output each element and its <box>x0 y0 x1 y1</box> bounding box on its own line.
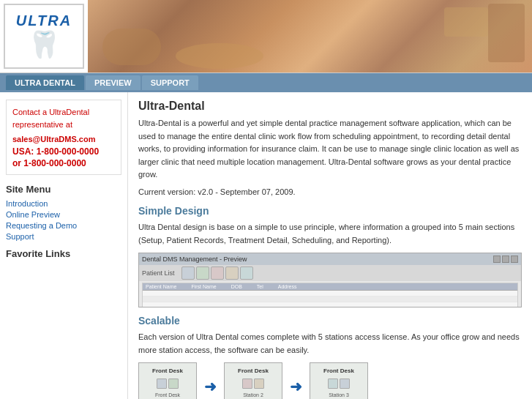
scalable-desc: Each version of Ultra Dental comes compl… <box>138 331 522 357</box>
main-content: Contact a UltraDental representative at … <box>0 92 532 399</box>
station-diagram: Front Desk Front Desk Location 1 ➜ Front… <box>138 362 522 399</box>
nav-tab-preview[interactable]: PREVIEW <box>86 75 141 90</box>
menu-item-online-preview[interactable]: Online Preview <box>6 210 121 219</box>
station2-icons <box>242 379 264 389</box>
scalable-title: Scalable <box>138 315 522 327</box>
ss-row2 <box>143 297 517 302</box>
station2-label: Front Desk <box>238 368 269 374</box>
menu-item-support[interactable]: Support <box>6 232 121 241</box>
station-box1: Front Desk Front Desk <box>138 362 197 399</box>
ss-toolbar-label: Patient List <box>142 269 175 277</box>
contact-phone2: or 1-800-000-0000 <box>12 158 115 168</box>
sidebar: Contact a UltraDental representative at … <box>0 92 128 399</box>
page-description: Ultra-Dental is a powerful and yet simpl… <box>138 117 522 182</box>
version-text: Current version: v2.0 - September 07, 20… <box>138 187 522 196</box>
station-group2: Front Desk Station 2 Station 2 <box>224 362 282 399</box>
ss-icon3 <box>211 266 224 280</box>
decor-shape2 <box>444 7 488 37</box>
favorite-links-title: Favorite Links <box>6 248 121 259</box>
ss-icon5 <box>240 266 253 280</box>
decor-shape1 <box>102 29 161 65</box>
menu-item-requesting-demo[interactable]: Requesting a Demo <box>6 221 121 230</box>
ss-row3 <box>143 302 517 307</box>
navbar: ULTRA DENTAL PREVIEW SUPPORT <box>0 73 532 92</box>
content-area: Ultra-Dental Ultra-Dental is a powerful … <box>128 92 532 399</box>
arrow-icon1: ➜ <box>204 378 217 395</box>
ss-controls <box>493 256 518 263</box>
logo-tooth-icon: 🦷 <box>16 29 72 60</box>
decor-table <box>176 43 263 69</box>
ss-titlebar: Dental DMS Management - Preview <box>139 253 521 265</box>
page-title: Ultra-Dental <box>138 100 522 113</box>
ss-close-btn <box>511 256 518 263</box>
ss-icon4 <box>225 266 239 280</box>
ss-row1 <box>143 291 517 297</box>
ss-title-text: Dental DMS Management - Preview <box>142 256 247 263</box>
contact-phone1: USA: 1-800-000-0000 <box>12 146 115 157</box>
st2-icon1 <box>242 379 252 389</box>
station3-sub: Station 3 <box>329 392 349 398</box>
app-screenshot: Dental DMS Management - Preview Patient … <box>138 253 522 307</box>
ss-toolbar: Patient List <box>139 265 521 281</box>
site-menu-title: Site Menu <box>6 184 121 195</box>
logo-area: ULTRA 🦷 <box>4 4 84 69</box>
ss-table: Patient Name First Name DOB Tel Address <box>142 283 518 307</box>
contact-title: Contact a UltraDental representative at <box>12 106 115 130</box>
station1-icons <box>157 379 179 389</box>
ss-min-btn <box>493 256 501 263</box>
banner-image <box>88 0 532 72</box>
nav-tab-ultra-dental[interactable]: ULTRA DENTAL <box>6 75 84 90</box>
ss-table-header: Patient Name First Name DOB Tel Address <box>143 283 517 291</box>
station3-label: Front Desk <box>323 368 354 374</box>
station-group1: Front Desk Front Desk Location 1 <box>138 362 197 399</box>
arrow-icon2: ➜ <box>290 378 302 395</box>
st3-icon1 <box>328 379 338 389</box>
station-group3: Front Desk Station 3 Location 2 <box>310 362 368 399</box>
menu-item-introduction[interactable]: Introduction <box>6 199 121 208</box>
ss-icon2 <box>196 266 209 280</box>
station2-sub: Station 2 <box>243 392 263 398</box>
decor-shape3 <box>488 4 525 62</box>
ss-icon-group <box>181 266 253 280</box>
contact-email[interactable]: sales@UltraDMS.com <box>12 135 115 143</box>
station-box3: Front Desk Station 3 <box>310 362 368 399</box>
simple-design-title: Simple Design <box>138 205 522 217</box>
st1-icon2 <box>168 379 179 389</box>
contact-box: Contact a UltraDental representative at … <box>6 100 121 175</box>
station1-sub: Front Desk <box>155 392 180 398</box>
logo-text: ULTRA <box>16 12 72 29</box>
page-header: ULTRA 🦷 <box>0 0 532 73</box>
header-banner <box>88 0 532 72</box>
st1-icon1 <box>157 379 167 389</box>
st2-icon2 <box>254 379 264 389</box>
ss-icon1 <box>181 266 195 280</box>
station3-icons <box>328 379 350 389</box>
station-box2: Front Desk Station 2 <box>224 362 282 399</box>
simple-design-desc: Ultra Dental design is base on a simple … <box>138 221 522 247</box>
logo-inner: ULTRA 🦷 <box>16 12 72 60</box>
station1-label1: Front Desk <box>152 368 183 374</box>
nav-tab-support[interactable]: SUPPORT <box>142 75 198 90</box>
st3-icon2 <box>340 379 350 389</box>
ss-max-btn <box>502 256 509 263</box>
